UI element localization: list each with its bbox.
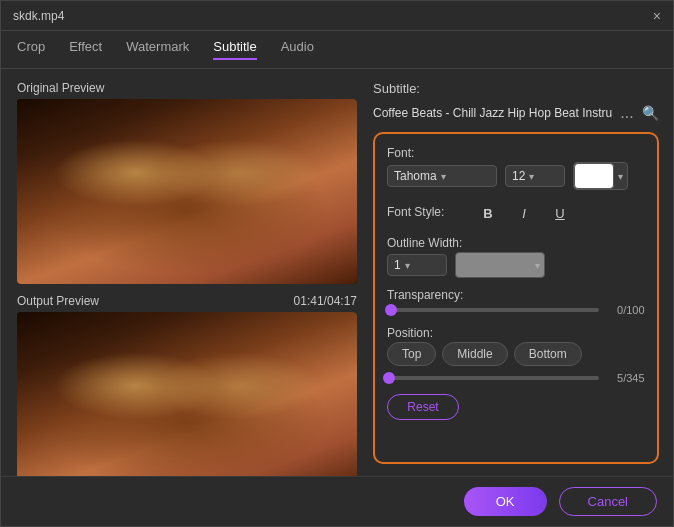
position-slider-row: 5/345: [387, 372, 645, 384]
search-icon[interactable]: 🔍: [642, 105, 659, 121]
output-preview-box: Pws: [17, 312, 357, 476]
right-panel: Subtitle: Coffee Beats - Chill Jazz Hip …: [373, 81, 659, 464]
font-style-buttons: B I U: [475, 200, 573, 226]
title-bar: skdk.mp4 ×: [1, 1, 673, 31]
top-button[interactable]: Top: [387, 342, 436, 366]
timestamp: 01:41/04:17: [294, 294, 357, 308]
original-label: Original Preview: [17, 81, 357, 95]
outline-value: 1: [394, 258, 401, 272]
bold-button[interactable]: B: [475, 200, 501, 226]
transparency-thumb: [385, 304, 397, 316]
font-select[interactable]: Tahoma ▾: [387, 165, 497, 187]
main-window: skdk.mp4 × Crop Effect Watermark Subtitl…: [0, 0, 674, 527]
position-buttons: Top Middle Bottom: [387, 342, 645, 366]
outline-color-chevron-icon: ▾: [535, 260, 540, 271]
color-chevron-icon: ▾: [618, 171, 627, 182]
underline-button[interactable]: U: [547, 200, 573, 226]
font-section: Font: Tahoma ▾ 12 ▾ ▾: [387, 146, 645, 190]
original-preview-section: Original Preview: [17, 81, 357, 284]
tab-crop[interactable]: Crop: [17, 39, 45, 60]
bottom-button[interactable]: Bottom: [514, 342, 582, 366]
outline-label: Outline Width:: [387, 236, 645, 250]
tab-subtitle[interactable]: Subtitle: [213, 39, 256, 60]
ok-button[interactable]: OK: [464, 487, 547, 516]
tab-effect[interactable]: Effect: [69, 39, 102, 60]
outline-color-select[interactable]: ▾: [455, 252, 545, 278]
font-size-value: 12: [512, 169, 525, 183]
subtitle-title-row: Coffee Beats - Chill Jazz Hip Hop Beat I…: [373, 104, 659, 122]
outline-section: Outline Width: 1 ▾ ▾: [387, 236, 645, 278]
output-label: Output Preview: [17, 294, 99, 308]
reset-row: Reset: [387, 394, 645, 420]
middle-button[interactable]: Middle: [442, 342, 507, 366]
original-preview-box: [17, 99, 357, 284]
outline-chevron-icon: ▾: [405, 260, 410, 271]
tab-audio[interactable]: Audio: [281, 39, 314, 60]
transparency-slider[interactable]: [387, 308, 599, 312]
close-button[interactable]: ×: [653, 9, 661, 23]
transparency-slider-row: 0/100: [387, 304, 645, 316]
position-thumb: [383, 372, 395, 384]
outline-row: 1 ▾ ▾: [387, 252, 645, 278]
outline-select[interactable]: 1 ▾: [387, 254, 447, 276]
position-value: 5/345: [607, 372, 645, 384]
font-color-select[interactable]: ▾: [573, 162, 628, 190]
cancel-button[interactable]: Cancel: [559, 487, 657, 516]
transparency-label: Transparency:: [387, 288, 645, 302]
more-button[interactable]: ...: [620, 104, 633, 122]
italic-button[interactable]: I: [511, 200, 537, 226]
position-slider[interactable]: [387, 376, 599, 380]
main-content: Original Preview Output Preview 01:41/04…: [1, 69, 673, 476]
tab-bar: Crop Effect Watermark Subtitle Audio: [1, 31, 673, 69]
font-style-row: Font Style: B I U: [387, 200, 645, 226]
font-value: Tahoma: [394, 169, 437, 183]
font-label: Font:: [387, 146, 645, 160]
transparency-value: 0/100: [607, 304, 645, 316]
footer: OK Cancel: [1, 476, 673, 526]
reset-button[interactable]: Reset: [387, 394, 459, 420]
font-size-select[interactable]: 12 ▾: [505, 165, 565, 187]
window-title: skdk.mp4: [13, 9, 64, 23]
size-chevron-icon: ▾: [529, 171, 534, 182]
font-style-label: Font Style:: [387, 205, 467, 219]
subtitle-title: Coffee Beats - Chill Jazz Hip Hop Beat I…: [373, 106, 612, 120]
font-chevron-icon: ▾: [441, 171, 446, 182]
output-preview-image: [17, 312, 357, 476]
subtitle-section-label: Subtitle:: [373, 81, 659, 96]
settings-box: Font: Tahoma ▾ 12 ▾ ▾: [373, 132, 659, 464]
color-swatch: [574, 163, 614, 189]
transparency-section: Transparency: 0/100: [387, 288, 645, 316]
original-preview-image: [17, 99, 357, 284]
font-row: Tahoma ▾ 12 ▾ ▾: [387, 162, 645, 190]
left-panel: Original Preview Output Preview 01:41/04…: [17, 81, 357, 464]
output-preview-section: Output Preview 01:41/04:17 Pws: [17, 294, 357, 476]
position-label: Position:: [387, 326, 645, 340]
position-section: Position: Top Middle Bottom 5/345: [387, 326, 645, 384]
tab-watermark[interactable]: Watermark: [126, 39, 189, 60]
